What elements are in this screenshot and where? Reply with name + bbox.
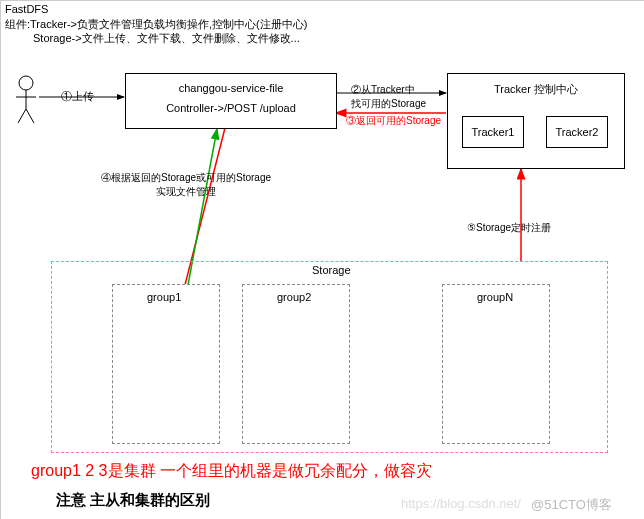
step4-label: ④根据返回的Storage或可用的Storage 实现文件管理 (101, 171, 271, 199)
group2: group2 (242, 284, 350, 444)
service-box: changgou-service-file Controller->/POST … (125, 73, 337, 129)
tracker-box: Tracker 控制中心 Tracker1 Tracker2 (447, 73, 625, 169)
svg-line-3 (18, 109, 26, 123)
tracker1: Tracker1 (462, 116, 524, 148)
watermark2: @51CTO博客 (531, 496, 612, 514)
svg-line-4 (26, 109, 34, 123)
desc-line2: Storage->文件上传、文件下载、文件删除、文件修改... (33, 31, 300, 46)
tracker2: Tracker2 (546, 116, 608, 148)
title: FastDFS (5, 3, 48, 15)
watermark1: https://blog.csdn.net/ (401, 496, 521, 511)
storage-container: Storage group1 192..11 同步 192..12 group2… (51, 261, 608, 453)
step2-label: ②从Tracker中 找可用的Storage (351, 83, 426, 111)
diagram-canvas: FastDFS 组件:Tracker->负责文件管理负载均衡操作,控制中心(注册… (0, 0, 644, 519)
svg-point-0 (19, 76, 33, 90)
storage-title: Storage (312, 264, 351, 276)
service-controller: Controller->/POST /upload (126, 102, 336, 114)
footer-note: 注意 主从和集群的区别 (56, 491, 210, 510)
tracker-title: Tracker 控制中心 (448, 82, 624, 97)
step5-label: ⑤Storage定时注册 (467, 221, 551, 235)
service-name: changgou-service-file (126, 82, 336, 94)
group1-name: group1 (147, 291, 181, 303)
footer-red: group1 2 3是集群 一个组里的机器是做冗余配分，做容灾 (31, 461, 432, 482)
desc-line1: 组件:Tracker->负责文件管理负载均衡操作,控制中心(注册中心) (5, 17, 307, 32)
groupN-name: groupN (477, 291, 513, 303)
group2-name: group2 (277, 291, 311, 303)
step1-label: ①上传 (61, 89, 94, 104)
groupN: groupN (442, 284, 550, 444)
group1: group1 (112, 284, 220, 444)
step3-label: ③返回可用的Storage (346, 114, 441, 128)
